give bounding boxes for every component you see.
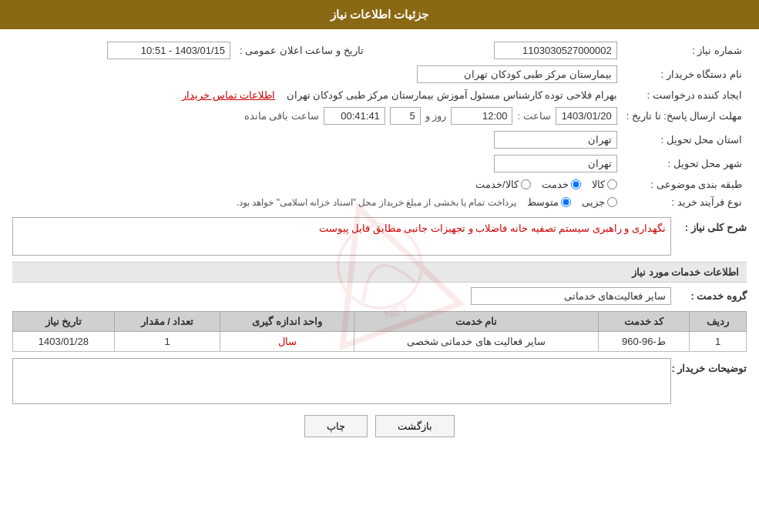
purchase-motavaset-radio[interactable] xyxy=(561,197,571,207)
buyer-notes-section: توضیحات خریدار : xyxy=(12,358,747,404)
purchase-note: پرداخت تمام یا بخشی از مبلغ خریداز محل "… xyxy=(237,197,516,208)
category-kala-label: کالا xyxy=(592,179,605,190)
purchase-type-label: نوع فرآیند خرید : xyxy=(622,193,747,211)
cell-code: ط-96-960 xyxy=(598,332,689,352)
cell-name: سایر فعالیت های خدماتی شخصی xyxy=(354,332,599,352)
purchase-motavaset-label: متوسط xyxy=(527,196,559,208)
print-button[interactable]: چاپ xyxy=(304,415,368,437)
table-row: 1 ط-96-960 سایر فعالیت های خدماتی شخصی س… xyxy=(13,332,747,352)
description-section: شرح کلی نیاز : نگهداری و راهبری سیستم تص… xyxy=(12,217,747,256)
purchase-jozi-radio[interactable] xyxy=(607,197,617,207)
city-label: شهر محل تحویل : xyxy=(622,152,747,176)
col-unit: واحد اندازه گیری xyxy=(220,312,354,332)
cell-date: 1403/01/28 xyxy=(13,332,115,352)
purchase-motavaset[interactable]: متوسط xyxy=(527,196,571,208)
category-khedmat-radio[interactable] xyxy=(571,179,581,189)
service-group-row: گروه خدمت : سایر فعالیت‌های خدماتی xyxy=(12,287,747,305)
creator-label: ایجاد کننده درخواست : xyxy=(622,86,747,104)
service-group-box: سایر فعالیت‌های خدماتی xyxy=(471,287,671,305)
buttons-row: بازگشت چاپ xyxy=(12,415,747,437)
deadline-date-box: 1403/01/20 xyxy=(556,107,617,125)
province-box: تهران xyxy=(494,131,617,149)
deadline-time-label: ساعت : xyxy=(517,110,550,122)
need-number-box: 1103030527000002 xyxy=(494,42,617,59)
deadline-days-label: روز و xyxy=(425,110,447,122)
purchase-jozi-label: جزیی xyxy=(582,196,605,208)
back-button[interactable]: بازگشت xyxy=(375,415,455,437)
city-box: تهران xyxy=(494,155,617,172)
deadline-label: مهلت ارسال پاسخ: تا تاریخ : xyxy=(622,104,747,128)
page-wrapper: NET جزئیات اطلاعات نیاز شماره نیاز : 110… xyxy=(0,0,759,532)
purchase-jozi[interactable]: جزیی xyxy=(582,196,617,208)
services-section-title: اطلاعات خدمات مورد نیاز xyxy=(12,262,747,283)
deadline-row: 1403/01/20 ساعت : 12:00 روز و 5 00:41:41… xyxy=(12,104,622,128)
content-area: شماره نیاز : 1103030527000002 تاریخ و سا… xyxy=(0,29,759,457)
buyer-notes-label: توضیحات خریدار : xyxy=(677,358,747,374)
city-value: تهران xyxy=(12,152,622,176)
need-number-value: 1103030527000002 xyxy=(399,38,622,62)
page-title: جزئیات اطلاعات نیاز xyxy=(0,0,759,29)
category-label: طبقه بندی موضوعی : xyxy=(622,176,747,193)
category-kala-khedmat[interactable]: کالا/خدمت xyxy=(475,179,531,190)
announce-value: 1403/01/15 - 10:51 xyxy=(12,38,235,62)
province-label: استان محل تحویل : xyxy=(622,128,747,152)
remaining-label: ساعت باقی مانده xyxy=(244,110,319,122)
category-options: کالا/خدمت خدمت کالا xyxy=(12,176,622,193)
buyer-name-box: بیمارستان مرکز طبی کودکان تهران xyxy=(417,65,617,83)
main-info-table: شماره نیاز : 1103030527000002 تاریخ و سا… xyxy=(12,38,747,211)
need-number-label: شماره نیاز : xyxy=(622,38,747,62)
purchase-type-options: جزیی متوسط پرداخت تمام یا بخشی از مبلغ خ… xyxy=(12,193,622,211)
category-kala-khedmat-radio[interactable] xyxy=(521,179,531,189)
col-date: تاریخ نیاز xyxy=(13,312,115,332)
remaining-time-box: 00:41:41 xyxy=(324,107,385,125)
announce-box: 1403/01/15 - 10:51 xyxy=(107,42,230,59)
description-value: نگهداری و راهبری سیستم تصفیه خانه فاضلاب… xyxy=(12,217,671,256)
cell-row: 1 xyxy=(690,332,747,352)
cell-count: 1 xyxy=(114,332,220,352)
category-kala[interactable]: کالا xyxy=(592,179,617,190)
deadline-time-box: 12:00 xyxy=(451,107,512,125)
category-khedmat-label: خدمت xyxy=(542,179,569,190)
cell-unit: سال xyxy=(220,332,354,352)
col-row: ردیف xyxy=(690,312,747,332)
col-code: کد خدمت xyxy=(598,312,689,332)
contact-link[interactable]: اطلاعات تماس خریدار xyxy=(182,89,275,101)
creator-value: بهرام فلاحی توده کارشناس مسئول آموزش بیم… xyxy=(12,86,622,104)
buyer-notes-box xyxy=(12,358,671,404)
creator-text: بهرام فلاحی توده کارشناس مسئول آموزش بیم… xyxy=(287,89,617,101)
description-label: شرح کلی نیاز : xyxy=(677,217,747,233)
buyer-name-value: بیمارستان مرکز طبی کودکان تهران xyxy=(12,62,622,86)
announce-label: تاریخ و ساعت اعلان عمومی : xyxy=(235,38,368,62)
service-group-label: گروه خدمت : xyxy=(677,290,747,302)
col-count: تعداد / مقدار xyxy=(114,312,220,332)
services-table: ردیف کد خدمت نام خدمت واحد اندازه گیری ت… xyxy=(12,311,747,352)
category-kala-khedmat-label: کالا/خدمت xyxy=(475,179,519,190)
buyer-name-label: نام دستگاه خریدار : xyxy=(622,62,747,86)
province-value: تهران xyxy=(12,128,622,152)
col-name: نام خدمت xyxy=(354,312,599,332)
category-kala-radio[interactable] xyxy=(607,179,617,189)
deadline-days-box: 5 xyxy=(390,107,421,125)
category-khedmat[interactable]: خدمت xyxy=(542,179,581,190)
